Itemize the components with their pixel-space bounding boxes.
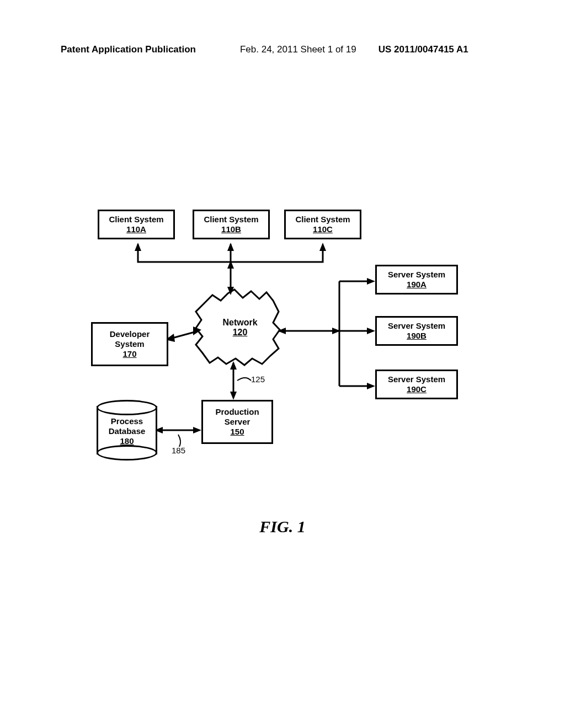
svg-marker-14 (367, 278, 375, 285)
server-b-title: Server System (388, 321, 445, 330)
server-system-b-box: Server System 190B (375, 316, 458, 346)
developer-title: Developer System (110, 329, 150, 349)
database-title: Process Database (109, 416, 146, 436)
client-a-ref: 110A (102, 224, 171, 234)
annotation-185: 185 (172, 446, 185, 455)
server-c-title: Server System (388, 374, 445, 384)
system-diagram: Client System 110A Client System 110B Cl… (86, 210, 472, 507)
page-header: Patent Application Publication Feb. 24, … (0, 44, 565, 55)
network-ref: 120 (212, 328, 268, 338)
client-a-title: Client System (109, 215, 163, 224)
client-c-title: Client System (295, 215, 350, 224)
client-system-a-box: Client System 110A (98, 210, 175, 239)
client-b-ref: 110B (196, 224, 266, 234)
server-system-a-box: Server System 190A (375, 265, 458, 295)
svg-marker-1 (227, 243, 234, 251)
svg-marker-20 (230, 361, 237, 370)
svg-marker-18 (367, 383, 375, 389)
svg-marker-2 (319, 243, 326, 251)
network-title: Network (222, 318, 257, 327)
header-left: Patent Application Publication (61, 44, 196, 55)
database-ref: 180 (97, 436, 157, 446)
production-server-box: Production Server 150 (201, 400, 273, 444)
svg-marker-24 (193, 427, 201, 433)
server-a-title: Server System (388, 270, 445, 279)
server-c-ref: 190C (379, 384, 454, 394)
figure-caption: FIG. 1 (0, 517, 565, 536)
annotation-125: 125 (251, 374, 265, 384)
production-title: Production Server (215, 407, 259, 426)
client-b-title: Client System (204, 215, 258, 224)
client-c-ref: 110C (288, 224, 358, 234)
client-system-c-box: Client System 110C (284, 210, 361, 239)
server-b-ref: 190B (379, 331, 454, 341)
svg-marker-21 (230, 392, 237, 400)
developer-system-box: Developer System 170 (91, 322, 168, 366)
header-mid: Feb. 24, 2011 Sheet 1 of 19 (240, 44, 356, 55)
svg-marker-16 (367, 328, 375, 334)
client-system-b-box: Client System 110B (193, 210, 270, 239)
process-database-cylinder: Process Database 180 (97, 405, 157, 455)
header-right: US 2011/0047415 A1 (379, 44, 468, 55)
server-a-ref: 190A (379, 280, 454, 290)
developer-ref: 170 (96, 349, 163, 359)
network-block: Network 120 (212, 318, 268, 338)
svg-marker-0 (135, 243, 141, 251)
server-system-c-box: Server System 190C (375, 370, 458, 399)
production-ref: 150 (206, 427, 268, 437)
